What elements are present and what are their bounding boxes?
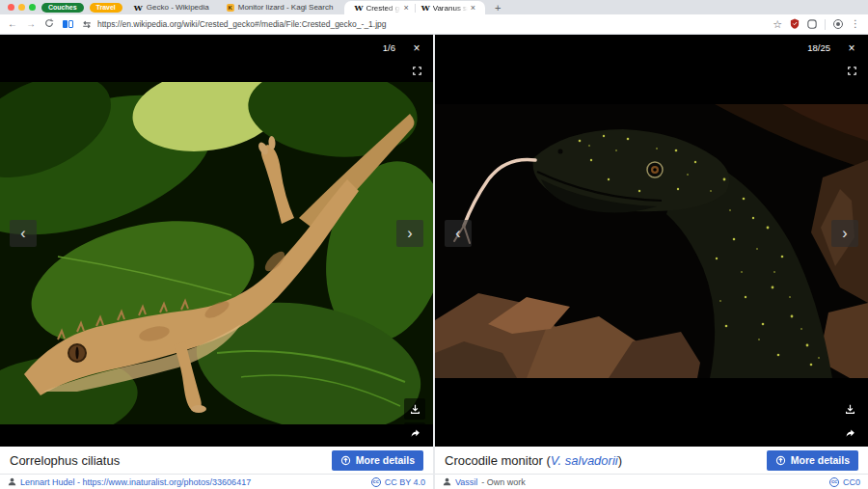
profile-avatar[interactable] — [833, 19, 843, 29]
tab-gecko-wikipedia[interactable]: W Gecko - Wikipedia — [128, 0, 215, 14]
image-counter: 18/25 — [802, 41, 835, 55]
close-viewer-button[interactable]: × — [408, 40, 425, 57]
window-controls — [8, 4, 36, 11]
author-icon — [8, 477, 16, 486]
zoom-window-button[interactable] — [29, 4, 36, 11]
share-button[interactable] — [404, 422, 425, 444]
kagi-favicon: K — [227, 4, 234, 12]
extensions-icon[interactable] — [807, 15, 817, 33]
more-details-button[interactable]: More details — [332, 450, 423, 471]
image-title: Correlophus ciliatus — [10, 453, 332, 468]
media-viewer-crocodile-monitor: 18/25 × ‹ › — [435, 35, 868, 489]
image-viewer: 18/25 × ‹ › — [435, 35, 868, 447]
license-link[interactable]: CC0 — [843, 477, 860, 487]
browser-toolbar: ← → https://en.wikipedia.org/wiki/Creste… — [0, 14, 868, 35]
split-content: 1/6 × ‹ › — [0, 35, 868, 489]
tab-group-couches[interactable]: Couches — [41, 3, 84, 13]
menu-kebab-icon[interactable]: ⋮ — [851, 19, 860, 29]
more-details-label: More details — [356, 454, 415, 466]
attribution-bar: Vassil - Own work cc CC0 — [435, 474, 868, 489]
toolbar-separator — [825, 19, 826, 30]
author-link[interactable]: Lennart Hudel - https://www.inaturalist.… — [20, 477, 251, 487]
back-icon[interactable]: ← — [8, 19, 17, 29]
image-title: Crocodile monitor (V. salvadorii) — [445, 453, 767, 468]
tab-monitor-lizard-kagi[interactable]: K Monitor lizard - Kagi Search — [221, 0, 339, 14]
tab-crested-gecko[interactable]: W Crested ge × — [348, 3, 414, 13]
more-details-button[interactable]: More details — [767, 450, 858, 471]
tab-varanus-salvadorii[interactable]: W Varanus sa × — [416, 3, 481, 13]
toolbar-actions: ☆ ⋮ — [773, 15, 860, 33]
cc-license-icon: cc — [371, 477, 381, 487]
minimize-window-button[interactable] — [18, 4, 25, 11]
browser-window: Couches Travel W Gecko - Wikipedia K Mon… — [0, 0, 868, 489]
title-text: Crocodile monitor ( — [445, 453, 551, 468]
cc-license-icon: cc — [829, 477, 839, 487]
forward-icon[interactable]: → — [26, 19, 36, 29]
active-split-tabs: W Crested ge × W Varanus sa × — [344, 1, 485, 14]
taxon-link[interactable]: V. salvadorii — [551, 453, 618, 468]
image-viewer: 1/6 × ‹ › — [0, 35, 433, 447]
tab-title: Crested ge — [366, 4, 400, 13]
tab-title: Monitor lizard - Kagi Search — [238, 3, 334, 12]
author-link[interactable]: Vassil — [455, 477, 477, 487]
crocodile-monitor-photo — [435, 35, 868, 447]
next-image-button[interactable]: › — [831, 220, 858, 247]
close-tab-icon[interactable]: × — [403, 4, 408, 13]
download-button[interactable] — [404, 398, 425, 420]
shield-extension-icon[interactable] — [790, 15, 800, 33]
crested-gecko-photo — [0, 35, 433, 447]
url-bar[interactable]: https://en.wikipedia.org/wiki/Crested_ge… — [97, 19, 387, 29]
wikipedia-favicon: W — [134, 3, 143, 13]
tab-title: Gecko - Wikipedia — [147, 3, 209, 12]
download-button[interactable] — [839, 398, 860, 420]
close-window-button[interactable] — [8, 4, 14, 11]
image-counter: 1/6 — [378, 41, 400, 55]
attribution-bar: Lennart Hudel - https://www.inaturalist.… — [0, 474, 433, 489]
bookmark-star-icon[interactable]: ☆ — [773, 19, 782, 30]
share-button[interactable] — [839, 422, 860, 444]
more-details-label: More details — [791, 454, 850, 466]
split-view-icon[interactable] — [63, 20, 73, 28]
media-viewer-crested-gecko: 1/6 × ‹ › — [0, 35, 433, 489]
reload-icon[interactable] — [44, 18, 54, 30]
fullscreen-button[interactable] — [843, 62, 860, 79]
title-text: Correlophus ciliatus — [10, 453, 120, 468]
wikipedia-favicon: W — [421, 3, 430, 13]
commons-icon — [340, 455, 351, 466]
tab-title: Varanus sa — [433, 4, 468, 13]
title-suffix: ) — [618, 453, 622, 468]
url-box: https://en.wikipedia.org/wiki/Crested_ge… — [82, 15, 764, 33]
wikipedia-favicon: W — [354, 3, 363, 13]
site-controls-icon[interactable] — [82, 15, 92, 33]
tab-group-travel[interactable]: Travel — [90, 3, 122, 13]
caption-bar: Crocodile monitor (V. salvadorii) More d… — [435, 447, 868, 474]
caption-bar: Correlophus ciliatus More details — [0, 447, 433, 474]
close-tab-icon[interactable]: × — [471, 4, 475, 13]
previous-image-button[interactable]: ‹ — [10, 220, 37, 247]
fullscreen-button[interactable] — [408, 62, 425, 79]
author-icon — [443, 477, 451, 486]
new-tab-button[interactable]: + — [491, 2, 504, 14]
close-viewer-button[interactable]: × — [843, 40, 860, 57]
author-suffix: - Own work — [481, 477, 526, 487]
commons-icon — [775, 455, 786, 466]
tab-strip: Couches Travel W Gecko - Wikipedia K Mon… — [0, 0, 868, 14]
license-link[interactable]: CC BY 4.0 — [385, 477, 425, 487]
previous-image-button[interactable]: ‹ — [445, 220, 472, 247]
next-image-button[interactable]: › — [396, 220, 423, 247]
